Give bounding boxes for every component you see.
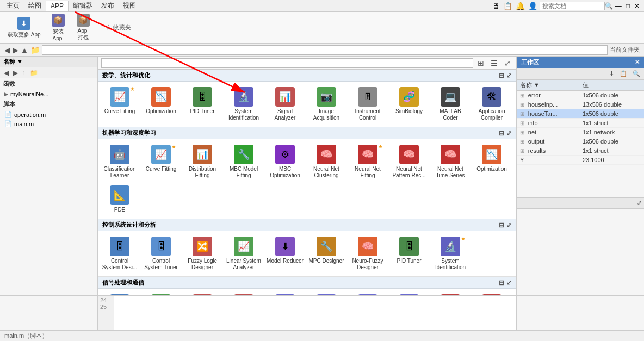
- app-pid-tuner-2[interactable]: 🎛 PID Tuner: [389, 234, 429, 273]
- app-eye-diagram[interactable]: 👁 Eye Diagram Scope: [141, 292, 181, 295]
- nav-back-button[interactable]: ◀: [4, 46, 10, 54]
- install-app-button[interactable]: 📦 安装App: [47, 11, 69, 44]
- menu-app[interactable]: APP: [46, 1, 69, 11]
- section-collapse-icon[interactable]: ⊟: [499, 72, 504, 79]
- menu-plot[interactable]: 绘图: [24, 0, 46, 11]
- ws-btn-1[interactable]: ⬇: [608, 70, 616, 78]
- section-control-collapse[interactable]: ⊟: [499, 221, 504, 229]
- workspace-row[interactable]: ⊞ info1x1 struct: [517, 119, 644, 128]
- app-control-sys-design[interactable]: 🎛 Control System Desi...: [100, 234, 139, 273]
- ws-btn-3[interactable]: 🔍: [631, 70, 642, 78]
- nav-forward-button[interactable]: ▶: [13, 46, 18, 54]
- get-more-apps-button[interactable]: ⬇ 获取更多 App: [4, 15, 44, 41]
- signal-apps-grid: 📡 Bit Error Rate Analysis 👁 Eye Diagram …: [98, 289, 516, 295]
- app-signal-analyzer-1[interactable]: 📊 Signal Analyzer: [265, 85, 305, 123]
- script-item-main[interactable]: 📄 main.m: [0, 119, 97, 128]
- function-item-1[interactable]: ▶ myNeuralNe...: [0, 90, 97, 98]
- star-icon[interactable]: ★: [461, 235, 466, 241]
- app-system-id-1[interactable]: 🔬 System Identification: [224, 85, 263, 123]
- script-item-operation[interactable]: 📄 operation.m: [0, 110, 97, 119]
- app-image-acq-1[interactable]: 📷 Image Acquisition: [307, 85, 346, 123]
- detail-expand-btn[interactable]: ⤢: [637, 200, 642, 207]
- section-control-expand[interactable]: ⤢: [506, 221, 512, 229]
- workspace-row[interactable]: ⊞ houseInp...13x506 double: [517, 100, 644, 109]
- app-radar-eq[interactable]: 📡 Radar Equation Ca...: [431, 292, 470, 295]
- app-lte-throughput[interactable]: 📶 LTE Throughput...: [348, 292, 387, 295]
- expand-all-button[interactable]: ⤢: [502, 58, 513, 68]
- search-docs-icon[interactable]: 🔍: [605, 2, 613, 10]
- star-icon[interactable]: ★: [130, 86, 135, 92]
- app-nn-pattern[interactable]: 🧠 Neural Net Pattern Rec...: [389, 142, 429, 181]
- menu-view[interactable]: 视图: [119, 0, 140, 11]
- app-instrument-1[interactable]: 🎚 Instrument Control: [348, 85, 387, 123]
- section-signal-collapse[interactable]: ⊟: [499, 279, 504, 287]
- nav-up-button[interactable]: ▲: [21, 46, 28, 54]
- menu-home[interactable]: 主页: [2, 0, 24, 11]
- app-classification[interactable]: 🤖 Classification Learner: [100, 142, 139, 181]
- minimize-button[interactable]: —: [613, 2, 624, 10]
- nav-browse-button[interactable]: 📁: [30, 46, 40, 54]
- close-button[interactable]: ✕: [632, 2, 642, 10]
- search-docs-input[interactable]: [540, 2, 605, 10]
- app-optimization-1[interactable]: 📉 Optimization: [141, 85, 181, 123]
- left-toolbar-btn-2[interactable]: ▶: [11, 69, 20, 77]
- app-search-input[interactable]: [101, 58, 473, 68]
- app-lte-uplink[interactable]: 📶 LTE Uplink RMC Gene...: [389, 292, 429, 295]
- app-app-compiler[interactable]: 🛠 Application Compiler: [472, 85, 511, 123]
- app-icon: 📶: [275, 294, 295, 295]
- ws-btn-2[interactable]: 📋: [618, 70, 629, 78]
- app-optimization-2[interactable]: 📉 Optimization: [472, 142, 511, 181]
- workspace-close-button[interactable]: ✕: [635, 59, 640, 66]
- app-lte-test[interactable]: 📶 LTE Test Model Gene...: [307, 292, 346, 295]
- app-neuro-fuzzy[interactable]: 🧠 Neuro-Fuzzy Designer: [348, 234, 387, 273]
- workspace-row[interactable]: Y23.1000: [517, 156, 644, 165]
- left-toolbar-btn-3[interactable]: ↑: [21, 69, 27, 77]
- section-ml-expand[interactable]: ⤢: [506, 129, 512, 137]
- app-nn-cluster[interactable]: 🧠 Neural Net Clustering: [307, 142, 346, 181]
- app-filter-builder[interactable]: 🔧 Filter Builder: [183, 292, 222, 295]
- app-pde[interactable]: 📐 PDE: [100, 183, 139, 215]
- app-matlab-coder[interactable]: 💻 MATLAB Coder: [431, 85, 470, 123]
- app-curve-fitting-2[interactable]: ★ 📈 Curve Fitting: [141, 142, 181, 181]
- app-radar-waveform[interactable]: 📡 Radar Waveform...: [472, 292, 511, 295]
- app-nn-fitting[interactable]: ★ 🧠 Neural Net Fitting: [348, 142, 387, 181]
- app-fuzzy[interactable]: 🔀 Fuzzy Logic Designer: [183, 234, 222, 273]
- app-curve-fitting-1[interactable]: ★ 📈 Curve Fitting: [100, 85, 139, 123]
- list-view-button[interactable]: ☰: [488, 58, 500, 68]
- workspace-row[interactable]: ⊞ output1x506 double: [517, 137, 644, 146]
- star-icon[interactable]: ★: [171, 144, 176, 150]
- app-mbc-model[interactable]: 🔧 MBC Model Fitting: [224, 142, 263, 181]
- menu-editor[interactable]: 编辑器: [69, 0, 97, 11]
- editor-content[interactable]: [114, 296, 516, 330]
- section-ml-collapse[interactable]: ⊟: [499, 129, 504, 137]
- app-dist-fitting[interactable]: 📊 Distribution Fitting: [183, 142, 222, 181]
- app-pid-tuner-1[interactable]: 🎛 PID Tuner: [183, 85, 222, 123]
- app-sys-id-2[interactable]: ★ 🔬 System Identification: [431, 234, 470, 273]
- workspace-row[interactable]: ⊞ error1x506 double: [517, 91, 644, 100]
- section-expand-icon[interactable]: ⤢: [506, 72, 512, 79]
- app-linear-sys[interactable]: 📈 Linear System Analyzer: [224, 234, 263, 273]
- app-nn-timeseries[interactable]: 🧠 Neural Net Time Series: [431, 142, 470, 181]
- functions-section-label: 函数: [0, 78, 97, 90]
- workspace-row[interactable]: ⊞ net1x1 network: [517, 128, 644, 137]
- section-signal-expand[interactable]: ⤢: [506, 279, 512, 287]
- path-input[interactable]: [42, 45, 608, 55]
- app-filter-designer[interactable]: 🔧 Filter Designer: [224, 292, 263, 295]
- package-app-button[interactable]: 📦 App打包: [72, 11, 94, 44]
- app-control-sys-tuner[interactable]: 🎛 Control System Tuner: [141, 234, 181, 273]
- app-lte-downlink[interactable]: 📶 LTE Downlink RMC Gene...: [265, 292, 305, 295]
- left-toolbar-btn-4[interactable]: 📁: [28, 69, 40, 77]
- section-stats-title: 数学、统计和优化: [102, 71, 150, 79]
- app-mbc-opt[interactable]: ⚙ MBC Optimization: [265, 142, 305, 181]
- app-simbiology[interactable]: 🧬 SimBiology: [389, 85, 429, 123]
- maximize-button[interactable]: □: [624, 2, 632, 10]
- left-toolbar-btn-1[interactable]: ◀: [2, 69, 10, 77]
- app-mpc[interactable]: 🔧 MPC Designer: [307, 234, 346, 273]
- app-model-reducer[interactable]: ⬇ Model Reducer: [265, 234, 305, 273]
- app-bit-error[interactable]: 📡 Bit Error Rate Analysis: [100, 292, 139, 295]
- menu-publish[interactable]: 发布: [97, 0, 119, 11]
- grid-view-button[interactable]: ⊞: [475, 58, 486, 68]
- workspace-row[interactable]: ⊞ houseTar...1x506 double: [517, 109, 644, 119]
- star-icon[interactable]: ★: [378, 144, 383, 150]
- workspace-row[interactable]: ⊞ results1x1 struct: [517, 146, 644, 156]
